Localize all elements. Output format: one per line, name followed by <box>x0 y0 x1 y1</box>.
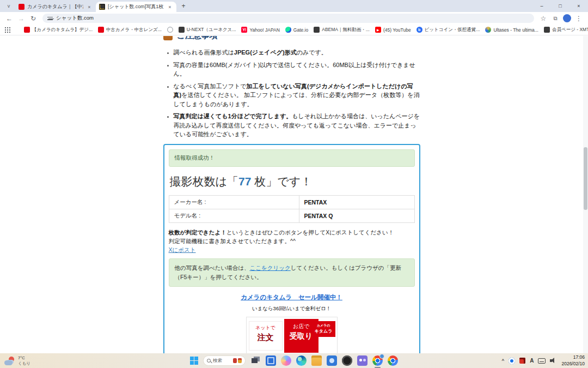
x-post-block: 枚数が判定できたよ！というときはぜひこのボタンを押してXにポストしてください！ … <box>169 228 415 255</box>
red-favicon-icon <box>98 27 104 33</box>
address-bar[interactable]: シャット数.com <box>42 14 534 23</box>
explorer-app-icon[interactable] <box>311 355 322 366</box>
copilot-app-icon[interactable] <box>281 355 291 366</box>
bookmark-item[interactable]: 【カメラのキタムラ】デジ... <box>22 26 95 34</box>
close-icon[interactable]: × <box>86 4 93 10</box>
kitamura-ad-banner[interactable]: ネットで 注文 お店で 受取り カメラの キタムラ カメラのキタ <box>246 317 338 353</box>
globe-favicon-icon <box>167 27 173 33</box>
chrome-app-icon[interactable] <box>388 355 398 366</box>
maximize-button[interactable]: □ <box>551 0 569 12</box>
shield-app-icon[interactable] <box>266 355 276 366</box>
weather-cloud-icon <box>4 357 15 365</box>
site-settings-icon[interactable] <box>47 16 53 21</box>
ime-mode-indicator[interactable]: A <box>530 358 534 364</box>
colorful-favicon-icon <box>485 27 491 33</box>
kitamura-sale-link[interactable]: カメラのキタムラ セール開催中！ <box>241 294 342 300</box>
note-item: 調べられる画像形式はJPEG(ジェイペグ)形式のみです。 <box>174 48 420 57</box>
bookmark-item[interactable]: 会員ページ - XMTRA... <box>542 26 588 34</box>
result-box: 情報取得成功！ 撮影枚数は「77 枚」です！ メーカー名 : PENTAX モデ… <box>163 144 420 354</box>
apps-grid-icon[interactable] <box>4 27 11 33</box>
page-scrollbar[interactable] <box>583 36 588 353</box>
refresh-icon[interactable]: ↻ <box>28 14 38 23</box>
tray-red-app-icon[interactable] <box>519 358 525 364</box>
bookmark-item[interactable]: bビットコイン・仮想通貨... <box>414 26 482 34</box>
bookmark-label: Ultases - The ultima... <box>493 27 538 33</box>
close-icon[interactable]: × <box>167 4 173 10</box>
taskbar-search[interactable]: 検索 <box>203 355 246 366</box>
bookmarks-list: 【カメラのキタムラ】デジ...中古カメラ・中古レンズ...U-NEXT（ユーネク… <box>22 26 588 34</box>
bookmark-item[interactable]: ▶(45) YouTube <box>373 26 413 34</box>
taskbar: 7°C くもり 検索 ^ A 17:06 2026/02/10 <box>0 353 588 368</box>
paint-app-icon[interactable] <box>327 355 337 366</box>
bookmark-star-icon[interactable]: ☆ <box>538 14 548 23</box>
maker-label: メーカー名 : <box>169 195 299 209</box>
scrollbar-thumb[interactable] <box>584 147 587 210</box>
bookmark-label: ビットコイン・仮想通貨... <box>425 27 480 33</box>
tab-shutter-count[interactable]: [シャット数.com]写真1枚をブラウザ × <box>96 2 176 12</box>
browser-toolbar: ← → ↻ シャット数.com ☆ ⧉ ⋮ <box>0 12 588 25</box>
notes-list: 調べられる画像形式はJPEG(ジェイペグ)形式のみです。 写真の容量は60MB(… <box>163 48 420 139</box>
gate-favicon-icon <box>285 27 291 33</box>
system-tray: ^ A 17:06 2026/02/10 <box>502 354 585 366</box>
chevron-up-icon[interactable]: ^ <box>502 358 505 363</box>
bookmark-item[interactable]: 中古カメラ・中古レンズ... <box>96 26 164 34</box>
bookmark-item[interactable]: Gate.io <box>283 26 310 34</box>
edge-app-icon[interactable] <box>296 355 307 366</box>
bookmark-label: Gate.io <box>293 27 308 33</box>
start-button[interactable] <box>190 357 198 365</box>
minimize-button[interactable]: – <box>532 0 551 12</box>
bookmark-item[interactable]: U-NEXT（ユーネクス... <box>176 26 238 34</box>
cut-section-heading: ご注意事項 <box>163 36 420 43</box>
people-app-icon[interactable] <box>357 355 367 366</box>
menu-icon[interactable]: ⋮ <box>574 14 584 23</box>
taskbar-apps <box>250 355 398 366</box>
weather-widget[interactable]: 7°C くもり <box>4 355 30 366</box>
forward-icon[interactable]: → <box>16 14 26 23</box>
tab-search-icon[interactable]: v <box>3 1 14 11</box>
tab-kitamura[interactable]: カメラのキタムラ｜【中古】コンパク × <box>15 2 96 12</box>
bookmark-item[interactable]: ABEMA｜無料動画・... <box>311 26 372 34</box>
section-heading-text: ご注意事項 <box>177 36 218 41</box>
taskbar-clock[interactable]: 17:06 2026/02/10 <box>561 354 585 366</box>
bookmark-label: U-NEXT（ユーネクス... <box>187 27 236 33</box>
click-here-link[interactable]: ここをクリック <box>249 264 290 271</box>
shutter-site-favicon-icon <box>99 4 105 10</box>
bookmark-label: Yahoo! JAPAN <box>249 27 279 33</box>
chrome-app-icon[interactable] <box>372 355 383 366</box>
x-post-link[interactable]: Xにポスト <box>169 246 196 253</box>
bookmark-label: 中古カメラ・中古レンズ... <box>106 27 162 33</box>
bookmark-item[interactable] <box>165 26 175 34</box>
bookmark-label: 会員ページ - XMTRA... <box>552 27 588 33</box>
kitamura-favicon-icon <box>19 4 24 10</box>
success-alert: 情報取得成功！ <box>169 149 415 167</box>
bookmark-item[interactable]: Ultases - The ultima... <box>483 26 541 34</box>
taskview-app-icon[interactable] <box>250 355 261 366</box>
shot-count-value: 77 <box>238 175 251 188</box>
note-item: 写真の容量は60MB(メガバイト)以内で送信してください。60MB以上は受け付け… <box>174 61 420 79</box>
touch-keyboard-icon[interactable] <box>538 358 546 364</box>
tab-strip: v カメラのキタムラ｜【中古】コンパク × [シャット数.com]写真1枚をブラ… <box>0 0 588 12</box>
bookmark-label: 【カメラのキタムラ】デジ... <box>32 27 93 33</box>
extensions-icon[interactable]: ⧉ <box>550 14 560 23</box>
volume-icon[interactable] <box>550 358 557 364</box>
back-icon[interactable]: ← <box>4 14 14 23</box>
note-item: 写真判定は遅くても1分ほどで完了します。もしそれ以上かかる場合は、いったんページ… <box>174 112 420 139</box>
maker-value: PENTAX <box>299 195 414 209</box>
new-tab-button[interactable]: + <box>179 1 188 11</box>
search-placeholder: 検索 <box>213 358 222 364</box>
profile-avatar[interactable] <box>563 14 571 22</box>
tab-title: カメラのキタムラ｜【中古】コンパク <box>27 3 83 10</box>
page-content: ご注意事項 調べられる画像形式はJPEG(ジェイペグ)形式のみです。 写真の容量… <box>0 36 583 353</box>
clock-time: 17:06 <box>561 354 585 360</box>
model-value: PENTAX Q <box>299 209 414 222</box>
dark-favicon-icon <box>179 27 185 33</box>
bitcoin-favicon-icon: b <box>416 27 422 33</box>
tray-blue-app-icon[interactable] <box>509 358 515 364</box>
close-window-button[interactable]: × <box>569 0 588 12</box>
weather-temp: 7°C <box>18 355 30 361</box>
bookmark-item[interactable]: Y!Yahoo! JAPAN <box>239 26 281 34</box>
window-controls: – □ × <box>532 0 588 12</box>
clock-app-icon[interactable] <box>342 355 352 366</box>
tab-title: [シャット数.com]写真1枚をブラウザ <box>108 3 164 10</box>
table-row: モデル名 : PENTAX Q <box>169 209 414 222</box>
